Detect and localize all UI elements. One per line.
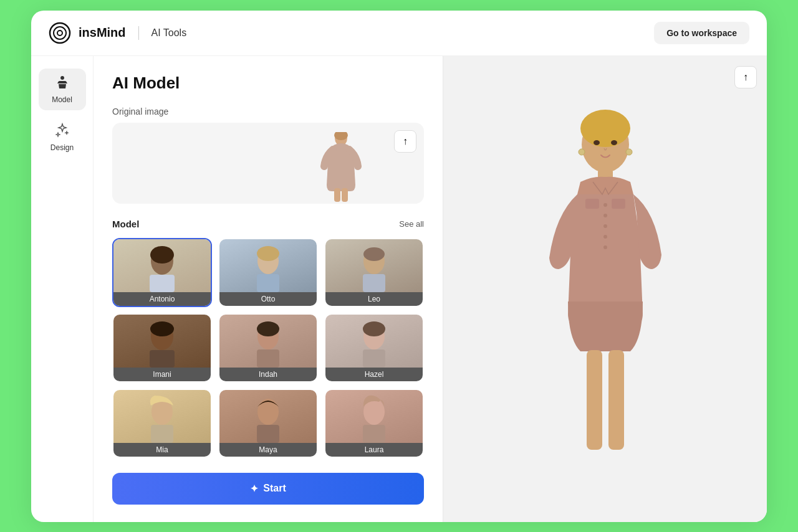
original-dress-svg [319,132,363,204]
antonio-avatar [143,242,181,292]
image-placeholder-left [122,123,268,204]
svg-rect-39 [585,199,599,209]
model-name-laura: Laura [325,443,423,457]
model-name-hazel: Hazel [325,368,423,381]
model-card-imani[interactable]: Imani [112,313,212,382]
image-thumb [268,123,414,204]
svg-rect-26 [151,425,173,443]
svg-point-46 [626,149,632,155]
leo-avatar [355,242,393,292]
design-icon [55,123,70,140]
svg-point-1 [54,27,66,39]
logo-divider [138,26,139,40]
model-img-otto [219,239,317,292]
sidebar-item-model[interactable]: Model [39,69,86,110]
svg-point-37 [603,235,607,239]
svg-point-23 [363,321,385,336]
svg-rect-42 [608,350,624,450]
model-img-hazel [325,315,423,368]
model-section-header: Model See all [112,219,424,229]
svg-rect-41 [587,350,602,450]
header: insMind AI Tools Go to workspace [31,11,767,56]
imani-avatar [143,318,181,368]
mia-avatar [143,393,181,443]
model-card-laura[interactable]: Laura [324,389,424,458]
model-img-laura [325,390,423,443]
svg-rect-40 [612,199,625,209]
model-img-leo [325,239,423,292]
svg-rect-9 [150,275,175,292]
indah-avatar [249,318,287,368]
otto-avatar [249,242,287,292]
original-image-label: Original image [112,107,424,116]
model-icon [55,75,70,92]
svg-rect-30 [363,425,385,443]
svg-point-17 [150,321,174,336]
preview-panel: ↑ [443,56,767,522]
model-name-otto: Otto [219,292,317,306]
model-name-imani: Imani [113,368,211,381]
preview-upload-button[interactable]: ↑ [734,66,757,88]
sparkle-icon: ✦ [250,483,258,495]
svg-point-8 [150,246,174,264]
svg-point-34 [603,203,607,207]
start-button[interactable]: ✦ Start [112,473,424,505]
svg-rect-12 [257,274,279,292]
model-img-mia [113,390,211,443]
svg-point-35 [603,214,607,217]
app-container: insMind AI Tools Go to workspace Model [31,11,767,522]
svg-point-11 [257,246,279,261]
page-title: AI Model [112,74,424,93]
model-name-leo: Leo [325,292,423,306]
model-card-mia[interactable]: Mia [112,389,212,458]
upload-icon: ↑ [403,136,408,147]
svg-rect-21 [257,349,279,368]
model-img-imani [113,315,211,368]
main-panel: AI Model Original image [94,56,443,522]
svg-point-0 [50,23,70,43]
svg-point-38 [603,245,607,249]
model-card-hazel[interactable]: Hazel [324,313,424,382]
model-card-antonio[interactable]: Antonio [112,238,212,307]
svg-point-20 [257,321,279,336]
svg-point-43 [594,140,600,145]
model-card-indah[interactable]: Indah [218,313,318,382]
model-img-maya [219,390,317,443]
original-image-box: ↑ [112,123,424,204]
model-card-otto[interactable]: Otto [218,238,318,307]
svg-point-27 [257,399,279,425]
upload-button[interactable]: ↑ [394,130,416,153]
model-name-indah: Indah [219,368,317,381]
sidebar-model-label: Model [52,95,72,104]
svg-rect-28 [257,425,279,443]
svg-point-45 [579,149,585,155]
preview-upload-icon: ↑ [743,72,748,83]
model-name-antonio: Antonio [113,292,211,306]
header-left: insMind AI Tools [49,22,186,44]
svg-point-36 [603,224,607,228]
maya-avatar [249,393,287,443]
svg-rect-6 [342,188,348,202]
model-name-mia: Mia [113,443,211,457]
svg-rect-15 [363,274,385,292]
logo-text: insMind [79,26,126,40]
model-card-maya[interactable]: Maya [218,389,318,458]
ai-tools-label: AI Tools [151,27,187,39]
model-grid: Antonio Otto [112,238,424,458]
preview-model-svg [512,102,699,476]
svg-point-14 [363,247,385,261]
see-all-link[interactable]: See all [399,219,424,229]
body-layout: Model Design AI Model Original image [31,56,767,522]
model-card-leo[interactable]: Leo [324,238,424,307]
start-button-label: Start [263,483,286,494]
model-img-antonio [113,239,211,292]
goto-workspace-button[interactable]: Go to workspace [654,22,749,44]
sidebar-item-design[interactable]: Design [39,116,86,158]
model-name-maya: Maya [219,443,317,457]
sidebar: Model Design [31,56,94,522]
logo-icon [49,22,71,44]
sidebar-design-label: Design [50,143,74,152]
svg-point-2 [57,31,62,36]
svg-rect-5 [334,188,340,202]
model-section-title: Model [112,219,139,229]
